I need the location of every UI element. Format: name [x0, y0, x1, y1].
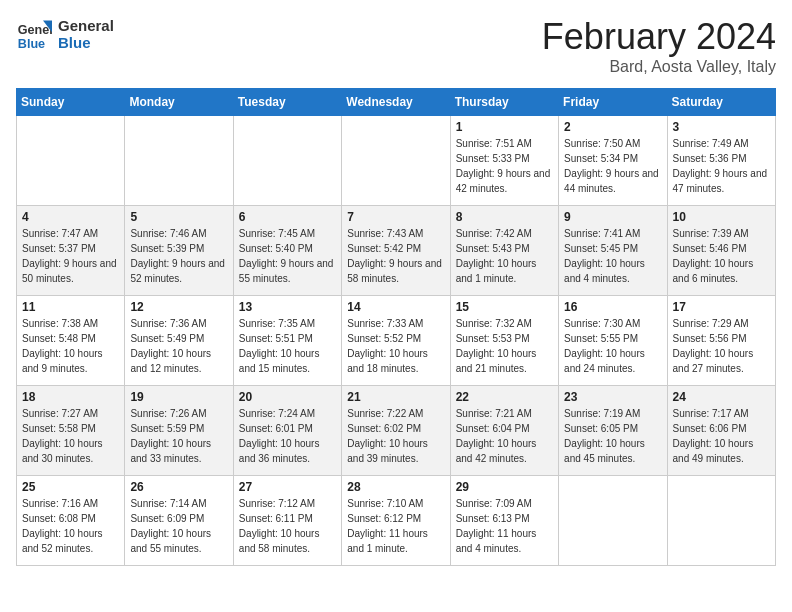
calendar-day-cell: 17Sunrise: 7:29 AMSunset: 5:56 PMDayligh…: [667, 296, 775, 386]
calendar-day-cell: 16Sunrise: 7:30 AMSunset: 5:55 PMDayligh…: [559, 296, 667, 386]
day-info: Sunrise: 7:21 AMSunset: 6:04 PMDaylight:…: [456, 406, 553, 466]
day-number: 9: [564, 210, 661, 224]
calendar-day-cell: 7Sunrise: 7:43 AMSunset: 5:42 PMDaylight…: [342, 206, 450, 296]
day-number: 3: [673, 120, 770, 134]
calendar-header-cell: Wednesday: [342, 89, 450, 116]
day-info: Sunrise: 7:17 AMSunset: 6:06 PMDaylight:…: [673, 406, 770, 466]
calendar-week-row: 1Sunrise: 7:51 AMSunset: 5:33 PMDaylight…: [17, 116, 776, 206]
svg-text:Blue: Blue: [18, 37, 45, 51]
calendar-week-row: 4Sunrise: 7:47 AMSunset: 5:37 PMDaylight…: [17, 206, 776, 296]
day-number: 5: [130, 210, 227, 224]
day-number: 14: [347, 300, 444, 314]
day-number: 24: [673, 390, 770, 404]
calendar-day-cell: [667, 476, 775, 566]
day-info: Sunrise: 7:10 AMSunset: 6:12 PMDaylight:…: [347, 496, 444, 556]
day-number: 15: [456, 300, 553, 314]
location-title: Bard, Aosta Valley, Italy: [542, 58, 776, 76]
calendar-day-cell: 19Sunrise: 7:26 AMSunset: 5:59 PMDayligh…: [125, 386, 233, 476]
calendar-day-cell: [17, 116, 125, 206]
day-info: Sunrise: 7:30 AMSunset: 5:55 PMDaylight:…: [564, 316, 661, 376]
day-info: Sunrise: 7:27 AMSunset: 5:58 PMDaylight:…: [22, 406, 119, 466]
day-info: Sunrise: 7:32 AMSunset: 5:53 PMDaylight:…: [456, 316, 553, 376]
calendar-day-cell: 10Sunrise: 7:39 AMSunset: 5:46 PMDayligh…: [667, 206, 775, 296]
calendar-day-cell: 29Sunrise: 7:09 AMSunset: 6:13 PMDayligh…: [450, 476, 558, 566]
calendar-day-cell: 3Sunrise: 7:49 AMSunset: 5:36 PMDaylight…: [667, 116, 775, 206]
calendar-day-cell: 25Sunrise: 7:16 AMSunset: 6:08 PMDayligh…: [17, 476, 125, 566]
calendar-day-cell: [342, 116, 450, 206]
day-info: Sunrise: 7:51 AMSunset: 5:33 PMDaylight:…: [456, 136, 553, 196]
day-number: 2: [564, 120, 661, 134]
calendar-week-row: 11Sunrise: 7:38 AMSunset: 5:48 PMDayligh…: [17, 296, 776, 386]
calendar-header-cell: Monday: [125, 89, 233, 116]
day-info: Sunrise: 7:46 AMSunset: 5:39 PMDaylight:…: [130, 226, 227, 286]
day-info: Sunrise: 7:47 AMSunset: 5:37 PMDaylight:…: [22, 226, 119, 286]
day-number: 23: [564, 390, 661, 404]
logo-icon: General Blue: [16, 16, 52, 52]
day-number: 26: [130, 480, 227, 494]
calendar-day-cell: 28Sunrise: 7:10 AMSunset: 6:12 PMDayligh…: [342, 476, 450, 566]
day-info: Sunrise: 7:45 AMSunset: 5:40 PMDaylight:…: [239, 226, 336, 286]
day-number: 4: [22, 210, 119, 224]
calendar-header-cell: Tuesday: [233, 89, 341, 116]
day-number: 16: [564, 300, 661, 314]
calendar-day-cell: 4Sunrise: 7:47 AMSunset: 5:37 PMDaylight…: [17, 206, 125, 296]
calendar-day-cell: 23Sunrise: 7:19 AMSunset: 6:05 PMDayligh…: [559, 386, 667, 476]
calendar-week-row: 25Sunrise: 7:16 AMSunset: 6:08 PMDayligh…: [17, 476, 776, 566]
calendar-day-cell: 1Sunrise: 7:51 AMSunset: 5:33 PMDaylight…: [450, 116, 558, 206]
calendar-day-cell: [559, 476, 667, 566]
calendar-day-cell: 15Sunrise: 7:32 AMSunset: 5:53 PMDayligh…: [450, 296, 558, 386]
calendar-day-cell: 8Sunrise: 7:42 AMSunset: 5:43 PMDaylight…: [450, 206, 558, 296]
day-number: 29: [456, 480, 553, 494]
day-number: 28: [347, 480, 444, 494]
day-info: Sunrise: 7:26 AMSunset: 5:59 PMDaylight:…: [130, 406, 227, 466]
day-info: Sunrise: 7:19 AMSunset: 6:05 PMDaylight:…: [564, 406, 661, 466]
day-info: Sunrise: 7:12 AMSunset: 6:11 PMDaylight:…: [239, 496, 336, 556]
day-info: Sunrise: 7:09 AMSunset: 6:13 PMDaylight:…: [456, 496, 553, 556]
day-number: 7: [347, 210, 444, 224]
calendar-day-cell: 11Sunrise: 7:38 AMSunset: 5:48 PMDayligh…: [17, 296, 125, 386]
day-number: 13: [239, 300, 336, 314]
day-info: Sunrise: 7:50 AMSunset: 5:34 PMDaylight:…: [564, 136, 661, 196]
calendar-day-cell: 22Sunrise: 7:21 AMSunset: 6:04 PMDayligh…: [450, 386, 558, 476]
calendar-day-cell: 21Sunrise: 7:22 AMSunset: 6:02 PMDayligh…: [342, 386, 450, 476]
day-info: Sunrise: 7:16 AMSunset: 6:08 PMDaylight:…: [22, 496, 119, 556]
day-info: Sunrise: 7:43 AMSunset: 5:42 PMDaylight:…: [347, 226, 444, 286]
day-info: Sunrise: 7:29 AMSunset: 5:56 PMDaylight:…: [673, 316, 770, 376]
day-info: Sunrise: 7:41 AMSunset: 5:45 PMDaylight:…: [564, 226, 661, 286]
calendar-week-row: 18Sunrise: 7:27 AMSunset: 5:58 PMDayligh…: [17, 386, 776, 476]
calendar-day-cell: 27Sunrise: 7:12 AMSunset: 6:11 PMDayligh…: [233, 476, 341, 566]
day-number: 1: [456, 120, 553, 134]
calendar-day-cell: 26Sunrise: 7:14 AMSunset: 6:09 PMDayligh…: [125, 476, 233, 566]
day-number: 12: [130, 300, 227, 314]
day-number: 19: [130, 390, 227, 404]
day-number: 21: [347, 390, 444, 404]
day-info: Sunrise: 7:22 AMSunset: 6:02 PMDaylight:…: [347, 406, 444, 466]
day-info: Sunrise: 7:38 AMSunset: 5:48 PMDaylight:…: [22, 316, 119, 376]
month-title: February 2024: [542, 16, 776, 58]
day-number: 27: [239, 480, 336, 494]
calendar-day-cell: 6Sunrise: 7:45 AMSunset: 5:40 PMDaylight…: [233, 206, 341, 296]
day-number: 17: [673, 300, 770, 314]
calendar-header-cell: Thursday: [450, 89, 558, 116]
calendar-day-cell: [125, 116, 233, 206]
day-info: Sunrise: 7:24 AMSunset: 6:01 PMDaylight:…: [239, 406, 336, 466]
calendar-body: 1Sunrise: 7:51 AMSunset: 5:33 PMDaylight…: [17, 116, 776, 566]
calendar-day-cell: 14Sunrise: 7:33 AMSunset: 5:52 PMDayligh…: [342, 296, 450, 386]
day-number: 10: [673, 210, 770, 224]
day-info: Sunrise: 7:49 AMSunset: 5:36 PMDaylight:…: [673, 136, 770, 196]
calendar-header-cell: Saturday: [667, 89, 775, 116]
logo-line1: General: [58, 17, 114, 34]
logo-line2: Blue: [58, 34, 114, 51]
calendar-header-row: SundayMondayTuesdayWednesdayThursdayFrid…: [17, 89, 776, 116]
day-number: 11: [22, 300, 119, 314]
logo: General Blue General Blue: [16, 16, 114, 52]
day-info: Sunrise: 7:39 AMSunset: 5:46 PMDaylight:…: [673, 226, 770, 286]
calendar-header-cell: Sunday: [17, 89, 125, 116]
calendar-day-cell: 13Sunrise: 7:35 AMSunset: 5:51 PMDayligh…: [233, 296, 341, 386]
calendar-day-cell: 12Sunrise: 7:36 AMSunset: 5:49 PMDayligh…: [125, 296, 233, 386]
day-number: 8: [456, 210, 553, 224]
day-info: Sunrise: 7:36 AMSunset: 5:49 PMDaylight:…: [130, 316, 227, 376]
calendar-day-cell: 5Sunrise: 7:46 AMSunset: 5:39 PMDaylight…: [125, 206, 233, 296]
day-number: 22: [456, 390, 553, 404]
day-number: 20: [239, 390, 336, 404]
